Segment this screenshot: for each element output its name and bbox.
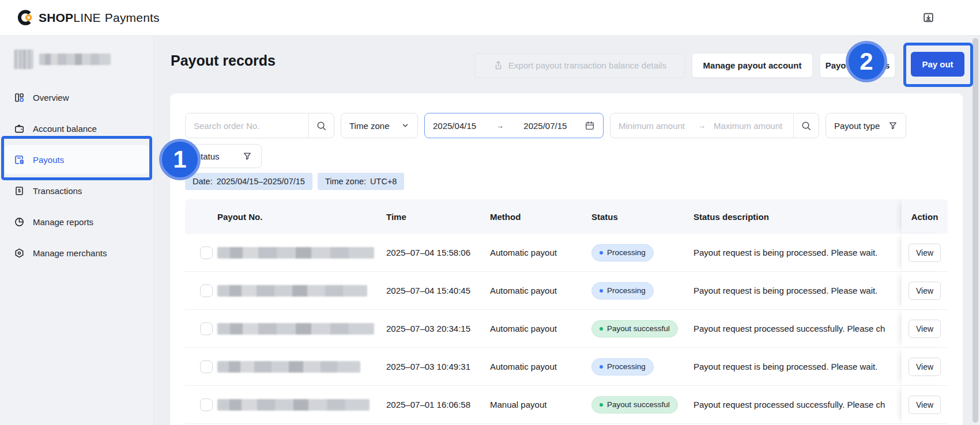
column-header-status: Status (591, 212, 693, 222)
table-header-row: Payout No. Time Method Status Status des… (185, 199, 948, 234)
minimum-amount-input[interactable] (619, 121, 690, 131)
status-description: Payout request processed successfully. P… (693, 400, 902, 409)
sidebar-nav: Overview Account balance (0, 83, 153, 267)
view-button[interactable]: View (909, 244, 941, 262)
payout-method: Automatic payout (490, 324, 591, 333)
merchants-icon (14, 248, 25, 259)
sidebar-item-transactions[interactable]: $ Transactions (5, 176, 149, 205)
transactions-icon: $ (14, 185, 25, 196)
view-button[interactable]: View (909, 282, 941, 300)
status-description: Payout request is being processed. Pleas… (693, 248, 902, 257)
wallet-icon (14, 123, 25, 134)
maximum-amount-input[interactable] (714, 121, 785, 131)
row-checkbox[interactable] (200, 284, 213, 297)
status-dot-icon (600, 251, 603, 255)
date-to-value: 2025/07/15 (523, 121, 567, 131)
payout-type-label: Payout type (834, 121, 880, 131)
status-description: Payout request is being processed. Pleas… (693, 362, 902, 371)
sidebar-item-overview[interactable]: Overview (5, 83, 149, 112)
payout-settings-button[interactable]: Payout settings (820, 53, 895, 78)
date-chip-label: Date: (193, 177, 213, 186)
table-row: 2025–07–01 16:06:58 Manual payout Payout… (185, 386, 948, 424)
amount-search-button[interactable] (793, 113, 819, 138)
view-button[interactable]: View (909, 396, 941, 414)
date-chip-value: 2025/04/15–2025/07/15 (217, 177, 305, 186)
row-checkbox[interactable] (200, 246, 213, 259)
row-checkbox[interactable] (200, 361, 213, 373)
payout-time: 2025–07–04 15:58:06 (386, 248, 490, 257)
search-input[interactable] (194, 121, 300, 131)
status-label: Processing (607, 362, 646, 371)
payout-time: 2025–07–03 20:34:15 (386, 324, 490, 333)
merchant-avatar-redacted (14, 50, 33, 69)
download-folder-icon (922, 11, 935, 24)
date-range-picker[interactable]: 2025/04/15 → 2025/07/15 (424, 113, 604, 138)
export-payout-details-button[interactable]: Export payout transaction balance detail… (474, 53, 685, 78)
status-badge: Processing (591, 358, 654, 375)
search-icon (316, 120, 327, 131)
payout-method: Automatic payout (490, 248, 591, 257)
topbar: SHOPLINEPayments (0, 0, 980, 36)
brand-name: SHOPLINEPayments (39, 11, 160, 25)
payout-method: Automatic payout (490, 286, 591, 295)
status-label: Processing (607, 286, 646, 295)
payout-time: 2025–07–01 16:06:58 (386, 400, 490, 409)
payout-no-redacted (217, 399, 370, 411)
payout-no-redacted (217, 361, 360, 373)
sidebar-item-payouts[interactable]: Payouts (5, 145, 149, 174)
brand-product: Payments (105, 11, 160, 24)
manage-payout-account-button[interactable]: Manage payout account (692, 53, 813, 78)
sidebar-item-manage-merchants[interactable]: Manage merchants (5, 238, 149, 267)
payout-type-filter[interactable]: Payout type (826, 113, 906, 138)
calendar-icon (585, 120, 595, 131)
svg-text:$: $ (18, 188, 21, 193)
payout-settings-label: Payout settings (826, 60, 890, 70)
time-zone-dropdown[interactable]: Time zone (341, 113, 418, 138)
date-filter-chip: Date: 2025/04/15–2025/07/15 (185, 173, 312, 190)
payout-no-redacted (217, 247, 374, 259)
sidebar-item-account-balance[interactable]: Account balance (5, 114, 149, 143)
status-label: Payout successful (607, 400, 670, 409)
screen: SHOPLINEPayments (0, 0, 980, 425)
shopline-logo-icon (17, 10, 33, 25)
sidebar-item-label: Overview (33, 93, 69, 103)
pay-out-button[interactable]: Pay out (911, 52, 964, 77)
merchant-name-redacted (39, 54, 111, 65)
view-button[interactable]: View (909, 358, 941, 376)
status-label: Processing (607, 248, 646, 257)
payouts-icon (14, 154, 25, 165)
payout-time: 2025–07–03 10:49:31 (386, 362, 490, 371)
date-range-arrow: → (494, 122, 506, 130)
brand: SHOPLINEPayments (17, 10, 160, 25)
sidebar-item-label: Manage merchants (33, 248, 107, 258)
column-header-time: Time (386, 212, 490, 222)
sidebar-item-manage-reports[interactable]: Manage reports (5, 207, 149, 236)
brand-bold: SHOP (39, 11, 73, 24)
table-row: 2025–07–04 15:40:45 Automatic payout Pro… (185, 272, 948, 310)
sidebar-item-label: Manage reports (33, 217, 93, 227)
view-button[interactable]: View (909, 320, 941, 338)
table-row: 2025–07–03 10:49:31 Automatic payout Pro… (185, 348, 948, 386)
row-checkbox[interactable] (200, 399, 213, 411)
filter-row-2: Status (185, 144, 948, 168)
sidebar: Overview Account balance (0, 36, 154, 425)
chevron-down-icon (401, 122, 409, 130)
pay-out-label: Pay out (922, 59, 953, 69)
export-button-label: Export payout transaction balance detail… (508, 60, 666, 70)
page-title: Payout records (171, 52, 276, 69)
column-header-method: Method (490, 212, 591, 222)
column-header-action: Action (902, 199, 948, 234)
amount-range-arrow: → (698, 122, 706, 130)
sidebar-item-label: Payouts (33, 155, 64, 165)
row-checkbox[interactable] (200, 322, 213, 335)
pie-chart-icon (14, 217, 25, 227)
merchant-account (14, 50, 111, 69)
table-row: 2025–07–04 15:58:06 Automatic payout Pro… (185, 234, 948, 272)
status-dot-icon (600, 289, 603, 293)
active-filter-chips: Date: 2025/04/15–2025/07/15 Time zone: U… (185, 173, 948, 190)
search-button[interactable] (308, 113, 334, 138)
vertical-scrollbar[interactable] (973, 38, 978, 423)
status-filter[interactable]: Status (185, 144, 262, 168)
download-center-button[interactable] (919, 9, 937, 26)
status-label: Payout successful (607, 324, 670, 333)
